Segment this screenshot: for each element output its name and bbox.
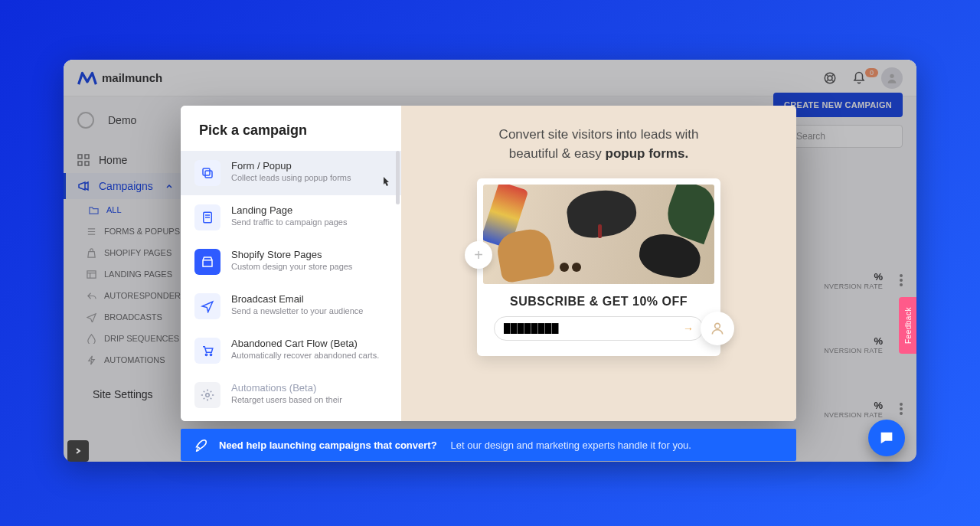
cart-icon bbox=[194, 338, 220, 364]
chat-launcher[interactable] bbox=[868, 420, 905, 456]
preview-headline: Convert site visitors into leads with be… bbox=[499, 126, 699, 163]
svg-point-13 bbox=[206, 394, 210, 397]
svg-point-14 bbox=[715, 324, 720, 329]
help-subtext: Let our design and marketing experts han… bbox=[451, 439, 691, 451]
campaign-option-form-popup[interactable]: Form / Popup Collect leads using popup f… bbox=[181, 151, 401, 195]
layers-icon bbox=[194, 160, 220, 186]
popup-hero-image bbox=[483, 185, 714, 284]
campaign-option-automations[interactable]: Automations (Beta) Retarget users based … bbox=[181, 373, 401, 417]
feedback-tab[interactable]: Feedback bbox=[899, 297, 916, 354]
persona-fab[interactable] bbox=[701, 312, 734, 345]
collapse-nav-button[interactable] bbox=[67, 440, 89, 462]
svg-point-12 bbox=[210, 354, 211, 355]
modal-title: Pick a campaign bbox=[181, 106, 401, 151]
campaign-option-landing-page[interactable]: Landing Page Send traffic to campaign pa… bbox=[181, 195, 401, 240]
scrollbar[interactable] bbox=[396, 151, 400, 204]
campaign-option-abandoned-cart[interactable]: Abandoned Cart Flow (Beta) Automatically… bbox=[181, 328, 401, 373]
brush-icon bbox=[194, 438, 208, 452]
cursor-icon bbox=[380, 175, 392, 188]
gear-icon bbox=[194, 382, 220, 408]
svg-rect-9 bbox=[205, 171, 212, 178]
popup-email-input[interactable]: → bbox=[494, 316, 704, 341]
help-banner[interactable]: Need help launching campaigns that conve… bbox=[181, 429, 796, 461]
popup-title: SUBSCRIBE & GET 10% OFF bbox=[483, 295, 714, 309]
svg-rect-8 bbox=[203, 168, 210, 175]
campaign-option-shopify[interactable]: Shopify Store Pages Custom design your s… bbox=[181, 240, 401, 284]
page-icon bbox=[194, 204, 220, 230]
pick-campaign-modal: Pick a campaign Form / Popup Collect lea… bbox=[181, 106, 796, 421]
store-icon bbox=[194, 249, 220, 275]
modal-preview-pane: Convert site visitors into leads with be… bbox=[401, 106, 796, 421]
svg-point-11 bbox=[205, 354, 207, 355]
popup-preview-card: SUBSCRIBE & GET 10% OFF → + bbox=[477, 178, 720, 356]
modal-campaign-list: Pick a campaign Form / Popup Collect lea… bbox=[181, 106, 401, 421]
submit-arrow-icon[interactable]: → bbox=[683, 322, 694, 335]
email-field[interactable] bbox=[504, 323, 683, 334]
campaign-option-broadcast[interactable]: Broadcast Email Send a newsletter to you… bbox=[181, 284, 401, 328]
help-headline: Need help launching campaigns that conve… bbox=[219, 439, 437, 451]
send-icon bbox=[194, 293, 220, 319]
